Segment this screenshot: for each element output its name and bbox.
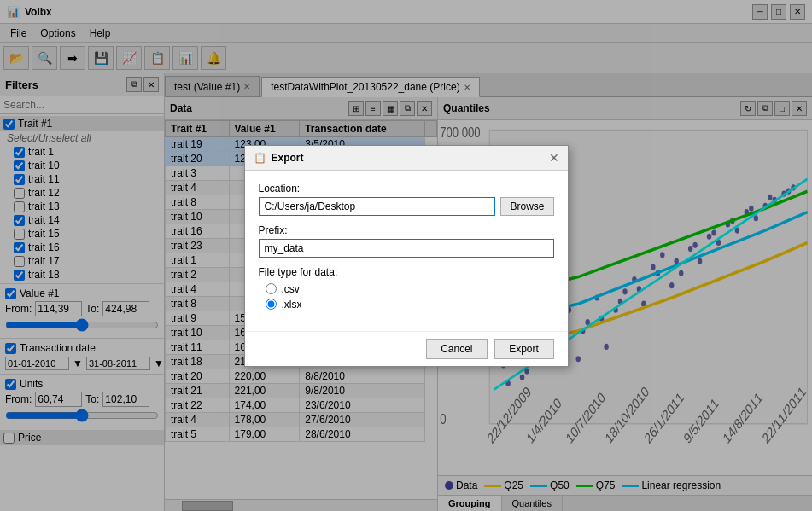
filetype-label: File type for data: xyxy=(259,266,554,278)
xlsx-label: .xlsx xyxy=(282,299,302,311)
browse-button[interactable]: Browse xyxy=(500,197,553,216)
xlsx-radio[interactable] xyxy=(266,299,277,310)
filetype-row: File type for data: .csv .xlsx xyxy=(259,266,554,311)
modal-footer: Cancel Export xyxy=(245,331,568,366)
export-icon: 📋 xyxy=(254,152,266,164)
location-input[interactable] xyxy=(259,197,496,216)
prefix-input[interactable] xyxy=(259,239,554,258)
prefix-row: Prefix: xyxy=(259,224,554,258)
csv-radio-row: .csv xyxy=(266,283,554,295)
export-modal-close-button[interactable]: ✕ xyxy=(549,151,559,165)
xlsx-radio-row: .xlsx xyxy=(266,299,554,311)
export-modal: 📋 Export ✕ Location: Browse Prefix: File… xyxy=(244,145,569,367)
csv-label: .csv xyxy=(282,283,300,295)
export-modal-title: Export xyxy=(272,152,304,164)
location-row: Location: Browse xyxy=(259,183,554,216)
export-button[interactable]: Export xyxy=(494,339,554,359)
prefix-label: Prefix: xyxy=(259,224,554,236)
csv-radio[interactable] xyxy=(266,283,277,294)
modal-body: Location: Browse Prefix: File type for d… xyxy=(245,171,568,331)
modal-overlay: 📋 Export ✕ Location: Browse Prefix: File… xyxy=(0,0,812,511)
cancel-button[interactable]: Cancel xyxy=(426,339,487,359)
location-label: Location: xyxy=(259,183,554,195)
modal-header: 📋 Export ✕ xyxy=(245,146,568,171)
